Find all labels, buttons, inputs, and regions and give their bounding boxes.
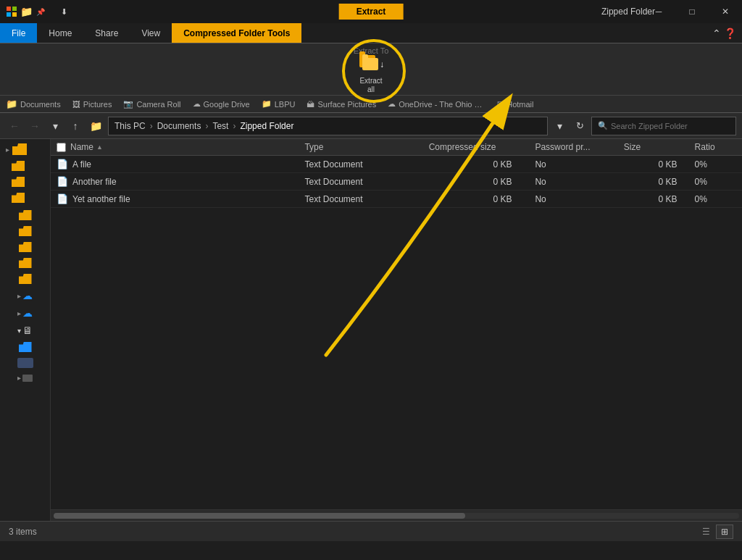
svg-rect-3 xyxy=(12,12,17,17)
folder-icon-sidebar-8 xyxy=(19,258,32,268)
qa-pictures[interactable]: 🖼 Pictures xyxy=(72,100,112,109)
extract-all-button[interactable]: ↓ Extractall xyxy=(352,49,390,97)
table-row[interactable]: 📄 A file Text Document 0 KB No 0 KB 0% xyxy=(51,156,742,173)
sidebar-cloud-group-2[interactable]: ▸ ☁ xyxy=(17,307,33,319)
folder-icon-sidebar-2 xyxy=(12,161,25,171)
expand-icon-1: ▸ xyxy=(6,146,9,154)
quick-access-toolbar: ⬇ xyxy=(52,3,75,20)
file-icon-0: 📄 xyxy=(57,159,68,170)
qa-onedrive[interactable]: ☁ OneDrive - The Ohio State University xyxy=(388,99,485,109)
close-button[interactable]: ✕ xyxy=(709,0,742,23)
sidebar-more-items: ▸ ☁ ▸ ☁ ▾ 🖥 ▸ xyxy=(0,207,50,518)
qa-lbpu[interactable]: 📁 LBPU xyxy=(262,99,296,109)
sidebar-thispc[interactable]: ▾ 🖥 xyxy=(17,325,33,336)
table-header-row: Name ▲ Type Compressed size Password pr.… xyxy=(51,139,742,156)
tab-compressed-folder-tools[interactable]: Compressed Folder Tools xyxy=(172,23,301,43)
title-bar-icons: 📁 📌 xyxy=(0,6,52,17)
select-all-checkbox[interactable] xyxy=(57,143,66,152)
forward-button[interactable]: → xyxy=(26,117,43,135)
table-row[interactable]: 📄 Another file Text Document 0 KB No 0 K… xyxy=(51,173,742,191)
qa-surface-pictures[interactable]: 🏔 Surface Pictures xyxy=(307,100,376,109)
help-btn[interactable]: ❓ xyxy=(724,28,736,39)
sidebar-item-1[interactable]: ▸ xyxy=(0,142,50,156)
col-header-password[interactable]: Password pr... xyxy=(529,139,617,156)
folder-icon-sidebar-5 xyxy=(19,210,32,220)
extract-all-button-container: ↓ Extractall xyxy=(352,49,390,97)
qa-camera-roll[interactable]: 📷 Camera Roll xyxy=(123,99,180,109)
computer-icon: 🖥 xyxy=(22,325,33,336)
google-drive-icon: ☁ xyxy=(193,99,201,109)
svg-rect-2 xyxy=(7,12,11,17)
sidebar-item-3[interactable] xyxy=(0,175,50,188)
search-icon: 🔍 xyxy=(598,121,608,130)
cell-ratio-1: 0% xyxy=(689,173,742,191)
content-area: Name ▲ Type Compressed size Password pr.… xyxy=(51,139,742,521)
cell-type-1: Text Document xyxy=(299,173,422,191)
status-bar: 3 items ☰ ⊞ xyxy=(0,521,742,541)
folder-icon-sidebar-blue xyxy=(19,342,32,352)
sidebar-item-2[interactable] xyxy=(0,159,50,172)
sidebar-item-4[interactable] xyxy=(0,191,50,204)
sidebar-cloud-group-1[interactable]: ▸ ☁ xyxy=(17,290,33,301)
table-row[interactable]: 📄 Yet another file Text Document 0 KB No… xyxy=(51,191,742,208)
documents-icon: 📁 xyxy=(6,99,17,109)
up-button[interactable]: ↑ xyxy=(67,117,84,135)
qa-hotmail[interactable]: ✉ Hotmail xyxy=(497,99,533,109)
col-header-type[interactable]: Type xyxy=(299,139,422,156)
cell-name-1[interactable]: 📄 Another file xyxy=(51,173,299,191)
back-button[interactable]: ← xyxy=(6,117,23,135)
scrollbar-thumb[interactable] xyxy=(54,513,465,519)
qa-documents[interactable]: 📁 Documents xyxy=(6,99,61,109)
breadcrumb-documents[interactable]: Documents xyxy=(157,121,201,131)
cell-name-2[interactable]: 📄 Yet another file xyxy=(51,191,299,208)
breadcrumb-test[interactable]: Test xyxy=(212,121,228,131)
cell-ratio-0: 0% xyxy=(689,156,742,173)
cloud-icon-1: ☁ xyxy=(22,290,33,301)
col-header-compressed[interactable]: Compressed size xyxy=(423,139,530,156)
sidebar-item-last[interactable]: ▸ xyxy=(17,374,33,382)
search-input[interactable] xyxy=(611,122,730,130)
svg-rect-1 xyxy=(12,7,17,11)
refresh-button[interactable]: ↻ xyxy=(571,117,588,135)
view-buttons: ☰ ⊞ xyxy=(697,525,733,539)
qa-google-drive[interactable]: ☁ Google Drive xyxy=(193,99,250,109)
folder-icon-sidebar-4 xyxy=(12,193,25,203)
cell-size-0: 0 KB xyxy=(618,156,689,173)
cell-name-0[interactable]: 📄 A file xyxy=(51,156,299,173)
ribbon-collapse-btn[interactable]: ⌃ xyxy=(712,28,721,39)
large-icons-view-btn[interactable]: ⊞ xyxy=(716,525,733,539)
items-count: 3 items xyxy=(9,527,37,537)
extract-all-icon: ↓ xyxy=(358,52,384,75)
folder-icon-sidebar-1 xyxy=(12,143,27,155)
sidebar: ▸ ▸ ☁ ▸ ☁ xyxy=(0,139,51,521)
folder-icon-sidebar-6 xyxy=(19,226,32,236)
breadcrumb-zipped-folder: Zipped Folder xyxy=(240,121,293,131)
breadcrumb-this-pc[interactable]: This PC xyxy=(114,121,146,131)
pin-icon: 📌 xyxy=(35,6,46,17)
breadcrumb-bar[interactable]: This PC › Documents › Test › Zipped Fold… xyxy=(108,117,548,135)
cell-ratio-2: 0% xyxy=(689,191,742,208)
address-bar: ← → ▾ ↑ 📁 This PC › Documents › Test › Z… xyxy=(0,113,742,139)
details-view-btn[interactable]: ☰ xyxy=(697,525,714,539)
minimize-button[interactable]: ─ xyxy=(642,0,675,23)
folder-icon-sidebar-7 xyxy=(19,242,32,252)
tab-extract[interactable]: Extract xyxy=(339,4,404,20)
col-header-ratio[interactable]: Ratio xyxy=(689,139,742,156)
maximize-button[interactable]: □ xyxy=(675,0,709,23)
title-bar: 📁 📌 ⬇ Extract Zipped Folder ─ □ ✕ xyxy=(0,0,742,23)
tab-view[interactable]: View xyxy=(130,23,172,43)
cell-password-0: No xyxy=(529,156,617,173)
tab-home[interactable]: Home xyxy=(37,23,83,43)
horizontal-scrollbar[interactable] xyxy=(51,509,742,521)
address-dropdown-btn[interactable]: ▾ xyxy=(551,117,568,135)
col-header-name[interactable]: Name ▲ xyxy=(51,139,299,156)
qa-properties-btn[interactable]: ⬇ xyxy=(55,3,72,20)
dropdown-button[interactable]: ▾ xyxy=(46,117,64,135)
main-layout: ▸ ▸ ☁ ▸ ☁ xyxy=(0,139,742,521)
col-header-size[interactable]: Size xyxy=(618,139,689,156)
folder-icon-small: 📁 xyxy=(20,6,32,17)
breadcrumb-sep-1: › xyxy=(150,121,153,131)
tab-file[interactable]: File xyxy=(0,23,37,43)
cell-size-2: 0 KB xyxy=(618,191,689,208)
tab-share[interactable]: Share xyxy=(83,23,130,43)
